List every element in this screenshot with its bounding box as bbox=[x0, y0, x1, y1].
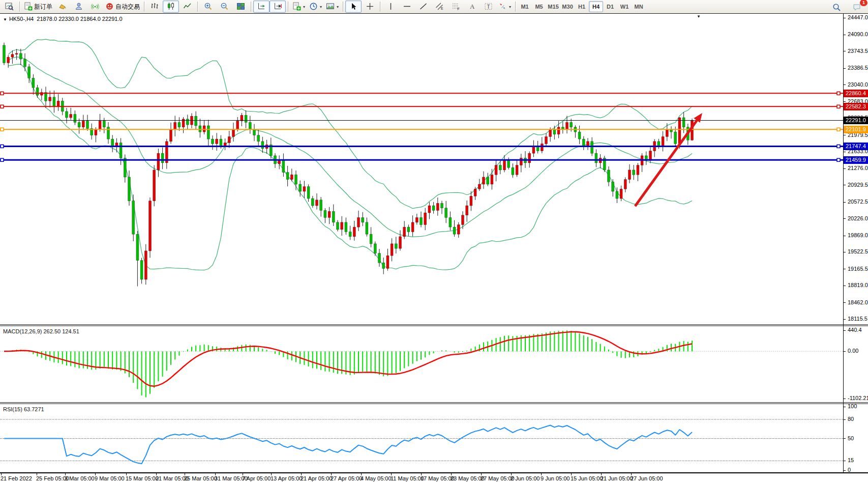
arrows-tool-button[interactable]: ▾ bbox=[496, 1, 513, 13]
text-tool-button[interactable]: A bbox=[464, 1, 480, 13]
candle-up bbox=[483, 177, 485, 184]
cursor-tool-button[interactable] bbox=[345, 1, 362, 13]
candle-down bbox=[595, 153, 597, 163]
price-tag-22291.0: 22291.0 bbox=[844, 117, 868, 124]
market-watch-button[interactable] bbox=[71, 1, 87, 13]
candle-down bbox=[320, 200, 322, 211]
candle-up bbox=[153, 170, 156, 201]
search-icon[interactable] bbox=[828, 1, 845, 13]
bar-chart-button[interactable] bbox=[146, 1, 163, 13]
price-chart-canvas[interactable] bbox=[0, 14, 843, 324]
rsi-panel-canvas[interactable] bbox=[0, 405, 843, 472]
channel-tool-button[interactable]: E bbox=[431, 1, 447, 13]
candle-up bbox=[549, 129, 552, 136]
candle-down bbox=[349, 232, 351, 236]
notifications-icon[interactable]: 1 bbox=[849, 1, 865, 13]
new-chart-button[interactable]: ▾ bbox=[290, 1, 307, 13]
notification-badge: 1 bbox=[860, 0, 867, 6]
candle-up bbox=[428, 206, 431, 213]
auto-scroll-button[interactable] bbox=[253, 1, 270, 13]
zoom-in-button[interactable] bbox=[200, 1, 216, 13]
timeframe-h4-button[interactable]: H4 bbox=[589, 1, 603, 12]
candle-up bbox=[532, 146, 535, 153]
axis-tick bbox=[843, 202, 846, 203]
time-axis-label: 15 Mar 05:00 bbox=[126, 475, 159, 481]
candle-up bbox=[628, 170, 631, 180]
template-button[interactable]: ▾ bbox=[324, 1, 341, 13]
timeframe-m15-button[interactable]: M15 bbox=[546, 1, 560, 12]
chart-symbol-label: HK50-,H4 bbox=[9, 16, 34, 22]
timeframe-d1-button[interactable]: D1 bbox=[603, 1, 617, 12]
tile-windows-button[interactable] bbox=[232, 1, 249, 13]
chevron-down-icon: ▾ bbox=[320, 5, 322, 9]
horizontal-lines[interactable] bbox=[0, 92, 843, 161]
line-handle[interactable] bbox=[1, 145, 4, 148]
new-order-button[interactable]: 新订单 bbox=[22, 1, 54, 13]
timeframe-m5-button[interactable]: M5 bbox=[532, 1, 546, 12]
sound-alert-button[interactable] bbox=[54, 1, 71, 13]
price-axis-label: 19165.5 bbox=[848, 266, 868, 272]
collapse-triangle-icon[interactable]: ▼ bbox=[3, 17, 7, 22]
chart-area[interactable]: ▼HK50-,H4 21878.0 22330.0 21864.0 22291.… bbox=[0, 14, 868, 482]
bar-chart-icon bbox=[151, 2, 159, 12]
line-chart-button[interactable] bbox=[179, 1, 195, 13]
axis-tick bbox=[843, 35, 846, 35]
price-tag-21747.4: 21747.4 bbox=[844, 143, 868, 150]
line-handle[interactable] bbox=[1, 158, 4, 161]
macd-panel-canvas[interactable] bbox=[0, 326, 843, 402]
time-axis-label: 13 Apr 05:00 bbox=[271, 475, 302, 481]
time-axis-label: 9 Mar 05:00 bbox=[95, 475, 125, 481]
horizontal-line-tool-button[interactable] bbox=[399, 1, 415, 13]
line-handle[interactable] bbox=[1, 128, 4, 131]
macd-signal-line bbox=[4, 332, 692, 386]
market-watch-icon bbox=[75, 2, 83, 12]
candle-up bbox=[620, 189, 622, 199]
candle-down bbox=[591, 141, 593, 153]
timeframe-w1-button[interactable]: W1 bbox=[617, 1, 632, 12]
signals-button[interactable] bbox=[87, 1, 103, 13]
price-axis-label: 23386.5 bbox=[848, 65, 868, 71]
zoom-out-button[interactable] bbox=[216, 1, 232, 13]
crosshair-tool-button[interactable] bbox=[362, 1, 378, 13]
time-axis-label: 15 Jun 05:00 bbox=[571, 475, 603, 481]
line-handle[interactable] bbox=[837, 92, 840, 95]
axis-tick bbox=[843, 302, 846, 303]
candle-up bbox=[474, 189, 476, 196]
toolbar-separator bbox=[197, 2, 198, 12]
vertical-line-tool-button[interactable] bbox=[382, 1, 399, 13]
fibonacci-tool-button[interactable]: F bbox=[447, 1, 464, 13]
label-tool-button[interactable]: T bbox=[480, 1, 496, 13]
candle-down bbox=[295, 175, 297, 184]
chart-shift-marker-icon[interactable]: ▼ bbox=[697, 14, 701, 19]
price-axis-label: 20226.0 bbox=[848, 215, 868, 221]
chart-shift-button[interactable] bbox=[270, 1, 286, 13]
line-chart-icon bbox=[183, 2, 192, 12]
candle-down bbox=[286, 173, 289, 180]
candle-down bbox=[441, 203, 443, 208]
time-axis[interactable]: 21 Feb 202225 Feb 05:003 Mar 05:009 Mar … bbox=[0, 472, 868, 482]
candle-down bbox=[249, 122, 251, 129]
timeframe-h1-button[interactable]: H1 bbox=[575, 1, 589, 12]
line-handle[interactable] bbox=[837, 128, 840, 131]
timeframe-mn-button[interactable]: MN bbox=[632, 1, 646, 12]
trendline-tool-button[interactable] bbox=[415, 1, 431, 13]
candle-up bbox=[353, 227, 355, 237]
line-handle[interactable] bbox=[837, 158, 840, 161]
candle-down bbox=[245, 115, 247, 122]
line-handle[interactable] bbox=[1, 92, 4, 95]
candle-down bbox=[299, 184, 302, 191]
autotrade-button[interactable]: 自动交易 bbox=[103, 1, 142, 13]
timeframe-m1-button[interactable]: M1 bbox=[518, 1, 532, 12]
candlestick-chart-button[interactable] bbox=[163, 1, 179, 13]
line-handle[interactable] bbox=[1, 105, 4, 108]
toolbar-separator bbox=[343, 2, 343, 12]
line-handle[interactable] bbox=[837, 105, 840, 108]
time-axis-label: 4 May 05:00 bbox=[361, 475, 392, 481]
candle-down bbox=[512, 167, 514, 175]
timeframe-m30-button[interactable]: M30 bbox=[560, 1, 575, 12]
candle-up bbox=[516, 165, 518, 175]
price-axis-label: 23743.5 bbox=[848, 48, 868, 54]
toolbar-separator bbox=[288, 2, 288, 12]
periods-button[interactable]: ▾ bbox=[307, 1, 324, 13]
line-handle[interactable] bbox=[837, 145, 840, 148]
